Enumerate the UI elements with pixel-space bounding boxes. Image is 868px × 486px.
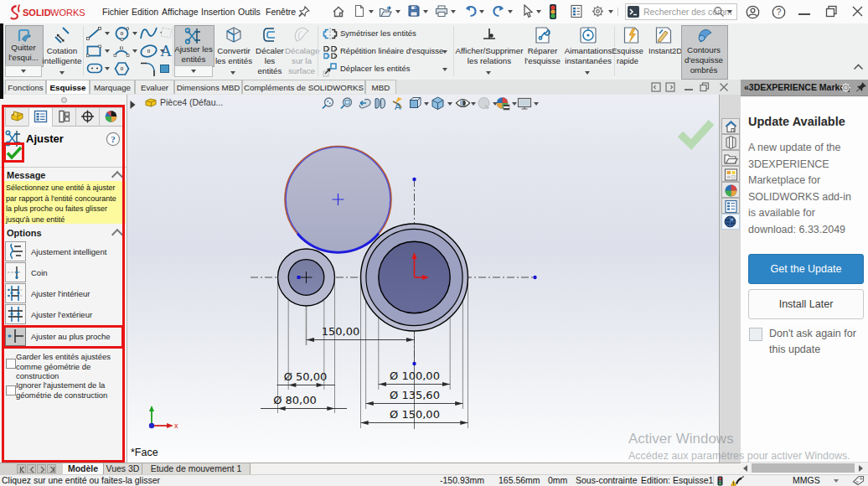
doc-restore-button[interactable] (700, 82, 710, 92)
sketch-arc-icon[interactable] (113, 44, 130, 58)
keep-construction-checkbox[interactable] (6, 359, 16, 369)
confirmation-check[interactable] (680, 122, 711, 145)
file-properties-icon[interactable] (570, 4, 583, 18)
account-icon[interactable] (746, 5, 760, 19)
save-icon[interactable] (407, 4, 421, 18)
tab-scroll-first[interactable] (17, 464, 26, 473)
dim-dia-50[interactable]: Ø 50,00 (284, 370, 328, 383)
linear-pattern-icon[interactable] (323, 45, 338, 59)
menu-insertion[interactable]: Insertion (201, 0, 235, 23)
instant-snaps-dropdown[interactable] (585, 71, 590, 75)
sketch-circle-icon[interactable] (114, 26, 130, 41)
task-pane-gear-icon[interactable] (840, 81, 852, 94)
instant-snaps-icon[interactable] (579, 26, 597, 44)
home-icon[interactable] (332, 5, 345, 18)
tab-vues-3d[interactable]: Vues 3D (104, 463, 142, 474)
save-dropdown[interactable] (423, 10, 428, 13)
tab-scroll-next[interactable] (37, 464, 46, 473)
mirror-entities-icon[interactable] (323, 28, 338, 40)
quick-sketch-icon[interactable] (623, 26, 640, 44)
pane-left-icon[interactable] (651, 82, 661, 92)
tab-scroll-prev[interactable] (27, 464, 36, 473)
rectangle-dropdown[interactable] (105, 49, 110, 53)
tab-modele[interactable]: Modèle (63, 463, 104, 474)
keep-construction-label[interactable]: Garder les entités ajustées comme géomét… (16, 352, 121, 381)
options-dropdown[interactable] (608, 10, 613, 13)
graphics-area[interactable]: Pièce4 (Défau... A (127, 95, 719, 463)
task-pane-scrollbar[interactable] (741, 462, 868, 473)
offset-entities-label[interactable]: Décaler les entités (252, 46, 287, 76)
display-relations-dropdown[interactable] (486, 71, 491, 75)
move-entities-label[interactable]: Déplacer les entités (340, 64, 410, 73)
sketch-point-icon[interactable] (160, 65, 169, 73)
option-trim-inside-label[interactable]: Ajuster l'intérieur (31, 289, 90, 298)
strip-design-library-tab[interactable] (721, 134, 740, 150)
scroll-right-arrow[interactable] (859, 465, 863, 472)
strip-marketplace-tab[interactable] (721, 214, 740, 230)
message-header[interactable]: Message (7, 170, 45, 180)
pm-ok-button[interactable] (6, 146, 23, 160)
tab-scroll-last[interactable] (47, 464, 56, 473)
instant-snaps-label[interactable]: Aimantations instantanées (562, 46, 614, 66)
sketch-ellipse-icon[interactable] (139, 44, 158, 59)
undo-dropdown[interactable] (479, 10, 484, 13)
repair-sketch-label[interactable]: Réparer l'esquisse (524, 46, 561, 66)
select-cursor-icon[interactable] (522, 4, 534, 18)
strip-file-explorer-tab[interactable] (721, 150, 740, 166)
linear-pattern-label[interactable]: Répétition linéaire d'esquisse (340, 46, 443, 55)
tab-marquage[interactable]: Marquage (90, 80, 135, 94)
strip-view-palette-tab[interactable] (721, 166, 740, 182)
menu-outils[interactable]: Outils (238, 0, 261, 23)
repair-sketch-icon[interactable] (534, 26, 551, 44)
sketch-polygon-icon[interactable] (114, 61, 130, 76)
sketch-line-icon[interactable] (86, 27, 102, 40)
instant2d-icon[interactable] (654, 26, 673, 44)
instant2d-label[interactable]: Instant2D (646, 46, 685, 56)
strip-appearances-tab[interactable] (721, 182, 740, 198)
convert-entities-label[interactable]: Convertir les entités (212, 46, 256, 66)
panel-splitter-handle[interactable] (61, 97, 67, 103)
display-relations-icon[interactable] (481, 27, 498, 44)
sketch-geometry[interactable] (251, 147, 537, 430)
open-icon[interactable] (379, 5, 393, 18)
convert-entities-icon[interactable] (225, 26, 243, 44)
get-update-button[interactable]: Get the Update (748, 254, 864, 284)
status-units[interactable]: MMGS (793, 475, 820, 486)
sketch-spline-icon[interactable] (140, 26, 158, 40)
strip-home-tab[interactable] (721, 118, 740, 134)
menu-edition[interactable]: Edition (132, 0, 158, 23)
dim-dia-135[interactable]: Ø 135,60 (390, 389, 440, 401)
open-dropdown[interactable] (395, 10, 400, 13)
smart-dimension-icon[interactable] (53, 27, 71, 45)
options-collapse-icon[interactable] (111, 229, 123, 240)
sketch-rectangle-icon[interactable] (86, 44, 102, 58)
display-relations-label[interactable]: Afficher/Supprimer les relations (455, 46, 524, 66)
pm-help-icon[interactable]: ? (106, 132, 121, 147)
linear-pattern-dropdown[interactable] (442, 50, 447, 54)
redo-icon[interactable] (492, 5, 506, 18)
tab-complements[interactable]: Compléments de SOLIDWORKS (242, 80, 365, 94)
install-later-button[interactable]: Install Later (748, 289, 864, 319)
convert-dropdown[interactable] (230, 71, 235, 75)
search-dropdown[interactable] (727, 10, 732, 13)
option-corner-label[interactable]: Coin (31, 268, 48, 277)
select-dropdown[interactable] (536, 10, 541, 13)
options-header[interactable]: Options (7, 228, 42, 238)
ignore-construction-checkbox[interactable] (6, 385, 16, 396)
print-icon[interactable] (435, 5, 448, 18)
sketch-canvas[interactable]: 150,00 Ø 50,00 Ø 80,00 Ø 100,00 Ø 135,60… (127, 95, 719, 463)
task-pane-pin-icon[interactable] (855, 81, 867, 93)
line-dropdown[interactable] (105, 32, 110, 35)
help-icon[interactable]: ? (772, 5, 786, 19)
status-tag-icon[interactable] (852, 475, 865, 486)
slot-dropdown[interactable] (105, 67, 110, 70)
scrollbar-thumb[interactable] (752, 463, 855, 473)
new-document-icon[interactable] (353, 4, 366, 18)
tab-dimensions-mbd[interactable]: Dimensions MBD (174, 80, 242, 94)
status-sketch-alert-icon[interactable] (731, 476, 744, 486)
tab-mbd[interactable]: MBD (365, 80, 396, 94)
move-entities-dropdown[interactable] (442, 68, 447, 71)
pin-menu-icon[interactable] (298, 6, 310, 18)
dim-center-distance[interactable]: 150,00 (322, 325, 360, 338)
circle-dropdown[interactable] (132, 32, 137, 35)
